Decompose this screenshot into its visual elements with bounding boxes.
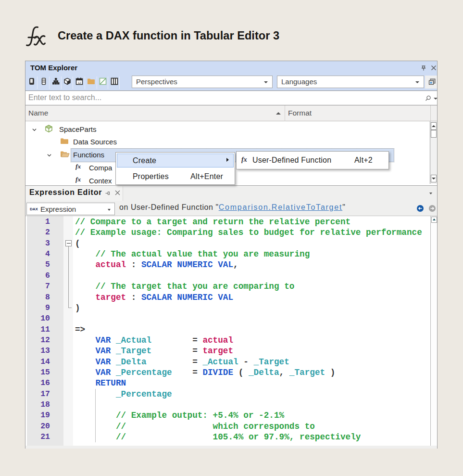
svg-text:12: 12 <box>78 81 81 84</box>
